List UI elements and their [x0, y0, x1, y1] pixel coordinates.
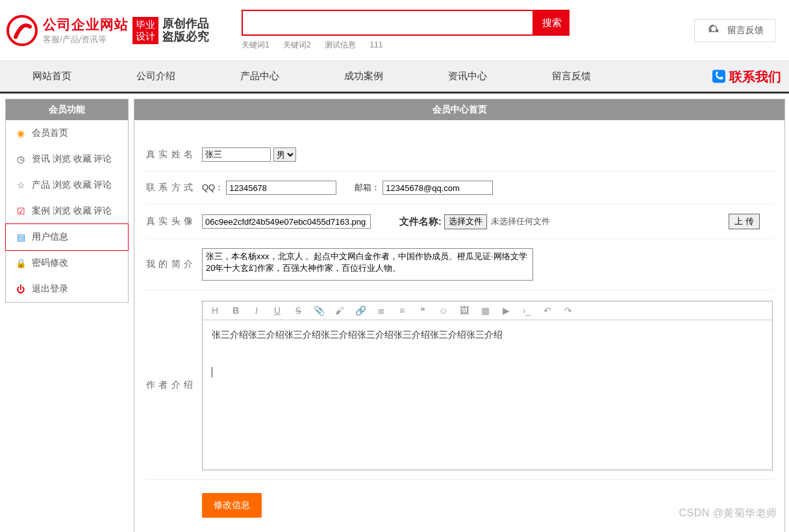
tb-italic-icon[interactable]: I	[251, 305, 262, 316]
lock-icon: 🔒	[15, 258, 27, 268]
input-avatar-path[interactable]	[202, 214, 371, 229]
logo-icon	[6, 15, 38, 46]
badge-graduation: 毕业设计	[132, 17, 158, 44]
tb-align-icon[interactable]: ≡	[396, 305, 408, 316]
label-contact: 联系方式	[146, 182, 202, 194]
sidebar-item-cases[interactable]: ☑ 案例 浏览 收藏 评论	[6, 198, 128, 224]
search-input[interactable]	[242, 10, 534, 36]
nav-contact[interactable]: 联系我们	[711, 68, 781, 85]
choose-file-button[interactable]: 选择文件	[444, 214, 487, 229]
input-qq[interactable]	[226, 181, 336, 195]
cursive-text: 原创作品盗版必究	[162, 18, 209, 44]
content-header: 会员中心首页	[134, 99, 784, 120]
power-icon: ⏻	[15, 285, 27, 294]
headset-icon	[707, 23, 721, 38]
sidebar-item-password[interactable]: 🔒 密码修改	[6, 250, 128, 276]
star-icon: ☆	[15, 180, 27, 190]
clock-icon: ◷	[15, 154, 27, 164]
svg-point-0	[8, 16, 36, 45]
search-keywords: 关键词1 关键词2 测试信息 111	[242, 40, 694, 51]
sidebar-item-logout[interactable]: ⏻ 退出登录	[6, 276, 128, 302]
input-email[interactable]	[382, 181, 493, 195]
nav-cases[interactable]: 成功案例	[312, 61, 416, 92]
sidebar-item-products[interactable]: ☆ 产品 浏览 收藏 评论	[6, 172, 128, 198]
no-file-text: 未选择任何文件	[491, 216, 550, 227]
file-name-label: 文件名称:	[399, 216, 442, 228]
nav-news[interactable]: 资讯中心	[416, 61, 520, 92]
main-nav: 网站首页 公司介绍 产品中心 成功案例 资讯中心 留言反馈 联系我们	[0, 60, 789, 94]
select-gender[interactable]: 男 女	[273, 147, 296, 162]
sidebar-item-news[interactable]: ◷ 资讯 浏览 收藏 评论	[6, 146, 128, 172]
logo: 公司企业网站 客服/产品/资讯等 毕业设计 原创作品盗版必究	[6, 15, 209, 46]
phone-icon	[711, 69, 727, 84]
tb-bold-icon[interactable]: B	[230, 305, 242, 316]
nav-products[interactable]: 产品中心	[208, 61, 312, 92]
editor-body[interactable]: 张三介绍张三介绍张三介绍张三介绍张三介绍张三介绍张三介绍张三介绍	[203, 320, 772, 470]
search-button[interactable]: 搜索	[534, 10, 570, 36]
svg-rect-2	[712, 70, 725, 83]
logo-subtitle: 客服/产品/资讯等	[43, 34, 129, 45]
logo-title: 公司企业网站	[43, 16, 129, 34]
email-label: 邮箱：	[355, 182, 380, 194]
textarea-bio[interactable]: 张三，本名杨xxx，北京人 。起点中文网白金作者，中国作协成员。橙瓜见证·网络文…	[202, 248, 533, 281]
sidebar: 会员功能 ◉ 会员首页 ◷ 资讯 浏览 收藏 评论 ☆ 产品 浏览 收藏 评论 …	[5, 99, 129, 303]
tb-brush-icon[interactable]: 🖌	[334, 305, 345, 316]
qq-label: QQ：	[202, 182, 223, 194]
tb-emoji-icon[interactable]: ☺	[438, 305, 449, 316]
tb-code-icon[interactable]: ›_	[521, 305, 532, 316]
label-name: 真实姓名	[146, 149, 202, 160]
sidebar-header: 会员功能	[6, 99, 128, 120]
label-avatar: 真实头像	[146, 216, 202, 227]
tb-quote-icon[interactable]: ❝	[417, 305, 429, 316]
input-name[interactable]	[202, 147, 271, 162]
tb-table-icon[interactable]: ▦	[479, 305, 491, 316]
doc-icon: ▤	[15, 232, 27, 242]
label-author: 作者介绍	[146, 379, 202, 391]
tb-undo-icon[interactable]: ↶	[542, 305, 553, 316]
upload-button[interactable]: 上 传	[729, 214, 760, 229]
svg-point-1	[710, 25, 716, 31]
feedback-button[interactable]: 留言反馈	[694, 19, 776, 42]
tb-link-icon[interactable]: 🔗	[355, 305, 366, 316]
tb-underline-icon[interactable]: U	[271, 305, 283, 316]
tb-video-icon[interactable]: ▶	[500, 305, 512, 316]
tb-attach-icon[interactable]: 📎	[313, 305, 325, 316]
rich-editor: H B I U S̶ 📎 🖌 🔗 ≣ ≡ ❝ ☺ 🖼	[202, 301, 773, 470]
check-icon: ☑	[15, 206, 27, 216]
nav-about[interactable]: 公司介绍	[104, 61, 208, 92]
tb-strike-icon[interactable]: S̶	[292, 305, 304, 316]
tb-heading-icon[interactable]: H	[209, 305, 221, 316]
content-panel: 会员中心首页 真实姓名 男 女 联系方式 QQ： 邮箱：	[134, 99, 785, 532]
home-icon: ◉	[15, 128, 27, 138]
submit-button[interactable]: 修改信息	[202, 493, 262, 518]
tb-redo-icon[interactable]: ↷	[562, 305, 574, 316]
tb-image-icon[interactable]: 🖼	[458, 305, 470, 316]
editor-toolbar: H B I U S̶ 📎 🖌 🔗 ≣ ≡ ❝ ☺ 🖼	[203, 301, 772, 320]
sidebar-item-home[interactable]: ◉ 会员首页	[6, 120, 128, 146]
label-bio: 我的简介	[146, 259, 202, 270]
nav-home[interactable]: 网站首页	[0, 61, 104, 92]
nav-feedback[interactable]: 留言反馈	[520, 61, 623, 92]
tb-list-icon[interactable]: ≣	[375, 305, 387, 316]
sidebar-item-userinfo[interactable]: ▤ 用户信息	[5, 223, 129, 251]
